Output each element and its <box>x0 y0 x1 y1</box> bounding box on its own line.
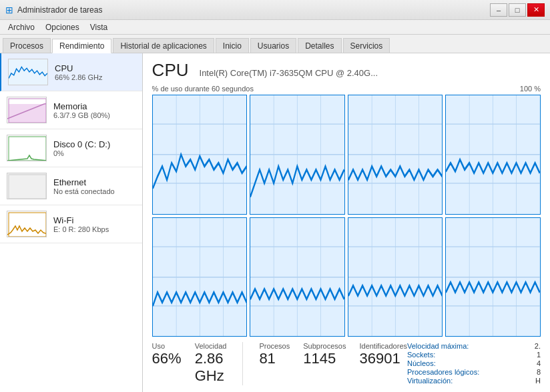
cpu-panel-title: CPU <box>152 60 189 81</box>
app-icon: ⊞ <box>5 5 13 15</box>
info-key-2: Núcleos: <box>407 359 436 367</box>
wifi-info: Wi-Fi E: 0 R: 280 Kbps <box>53 215 135 233</box>
tab-inicio[interactable]: Inicio <box>216 38 249 53</box>
tabs-bar: Procesos Rendimiento Historial de aplica… <box>0 35 550 53</box>
info-row-0: Velocidad máxima: 2. <box>407 342 541 350</box>
cpu-core-6-chart <box>250 217 345 337</box>
identificadores-stat: Identificadores 36901 <box>359 342 407 385</box>
svg-rect-3 <box>9 104 46 123</box>
cpu-core-2-chart <box>250 95 345 215</box>
tab-historial[interactable]: Historial de aplicaciones <box>113 38 214 53</box>
info-key-0: Velocidad máxima: <box>407 342 469 350</box>
info-val-0: 2. <box>535 342 541 350</box>
subprocesos-label: Subprocesos <box>303 342 346 350</box>
ethernet-label: Ethernet <box>53 177 135 187</box>
info-right-panel: Velocidad máxima: 2. Sockets: 1 Núcleos:… <box>407 342 541 385</box>
menu-vista[interactable]: Vista <box>85 21 113 33</box>
tab-rendimiento[interactable]: Rendimiento <box>52 39 111 53</box>
velocidad-value: 2.86 GHz <box>195 350 227 385</box>
sidebar-item-disk[interactable]: Disco 0 (C: D:) 0% <box>0 129 142 167</box>
sidebar-item-memory[interactable]: Memoria 6.3/7.9 GB (80%) <box>0 91 142 129</box>
disk-value: 0% <box>53 149 135 157</box>
menu-archivo[interactable]: Archivo <box>3 21 40 33</box>
subprocesos-value: 1145 <box>303 350 346 367</box>
identificadores-value: 36901 <box>359 350 407 367</box>
title-bar: ⊞ Administrador de tareas – □ ✕ <box>0 0 550 20</box>
cpu-charts-grid <box>152 95 541 337</box>
wifi-label: Wi-Fi <box>53 215 135 225</box>
close-button[interactable]: ✕ <box>527 3 545 17</box>
cpu-core-1-chart <box>152 95 248 215</box>
procesos-value: 81 <box>259 350 290 367</box>
chart-header: % de uso durante 60 segundos 100 % <box>152 85 541 93</box>
info-key-4: Virtualización: <box>407 377 453 385</box>
disk-thumbnail <box>7 135 47 161</box>
tab-servicios[interactable]: Servicios <box>343 38 390 53</box>
uso-stat: Uso 66% <box>152 342 182 385</box>
sidebar: CPU 66% 2.86 GHz Memoria 6.3/7.9 GB (80%… <box>0 53 143 392</box>
cpu-label: CPU <box>55 63 135 73</box>
info-val-1: 1 <box>537 351 541 359</box>
title-bar-buttons: – □ ✕ <box>490 3 545 17</box>
cpu-core-5-chart <box>152 217 248 337</box>
tab-detalles[interactable]: Detalles <box>298 38 341 53</box>
info-val-4: H <box>535 377 541 385</box>
chart-header-label: % de uso durante 60 segundos <box>152 85 254 93</box>
cpu-value: 66% 2.86 GHz <box>55 73 135 81</box>
info-row-2: Núcleos: 4 <box>407 359 541 367</box>
cpu-thumbnail <box>8 59 48 85</box>
uso-value: 66% <box>152 350 182 367</box>
procesos-label: Procesos <box>259 342 290 350</box>
info-val-3: 8 <box>537 368 541 376</box>
memory-label: Memoria <box>53 101 135 111</box>
ethernet-thumbnail <box>7 173 47 199</box>
svg-rect-8 <box>7 211 47 237</box>
wifi-thumbnail <box>7 211 47 237</box>
subprocesos-stat: Subprocesos 1145 <box>303 342 346 385</box>
info-row-1: Sockets: 1 <box>407 351 541 359</box>
info-row-3: Procesadores lógicos: 8 <box>407 368 541 376</box>
memory-thumbnail <box>7 97 47 123</box>
cpu-core-4-chart <box>445 95 541 215</box>
divider <box>242 342 243 385</box>
main-content: CPU 66% 2.86 GHz Memoria 6.3/7.9 GB (80%… <box>0 53 550 392</box>
sidebar-item-cpu[interactable]: CPU 66% 2.86 GHz <box>0 53 142 91</box>
cpu-panel-subtitle: Intel(R) Core(TM) i7-3635QM CPU @ 2.40G.… <box>200 68 378 78</box>
disk-label: Disco 0 (C: D:) <box>53 139 135 149</box>
velocidad-label: Velocidad <box>195 342 227 350</box>
cpu-core-3-chart <box>348 95 443 215</box>
ethernet-info: Ethernet No está conectado <box>53 177 135 195</box>
info-key-3: Procesadores lógicos: <box>407 368 479 376</box>
cpu-header: CPU Intel(R) Core(TM) i7-3635QM CPU @ 2.… <box>152 60 541 81</box>
tab-usuarios[interactable]: Usuarios <box>250 38 296 53</box>
chart-header-max: 100 % <box>520 85 541 93</box>
info-key-1: Sockets: <box>407 351 435 359</box>
cpu-core-8-chart <box>445 217 541 337</box>
velocidad-stat: Velocidad 2.86 GHz <box>195 342 227 385</box>
procesos-stat: Procesos 81 <box>259 342 290 385</box>
right-panel: CPU Intel(R) Core(TM) i7-3635QM CPU @ 2.… <box>143 53 550 392</box>
info-row-4: Virtualización: H <box>407 377 541 385</box>
info-val-2: 4 <box>537 359 541 367</box>
menu-opciones[interactable]: Opciones <box>40 21 85 33</box>
minimize-button[interactable]: – <box>490 3 507 17</box>
bottom-area: Uso 66% Velocidad 2.86 GHz Procesos 81 S… <box>152 342 541 385</box>
cpu-info: CPU 66% 2.86 GHz <box>55 63 135 81</box>
svg-rect-4 <box>7 135 47 161</box>
sidebar-item-ethernet[interactable]: Ethernet No está conectado <box>0 167 142 205</box>
uso-label: Uso <box>152 342 182 350</box>
svg-rect-6 <box>7 173 47 199</box>
cpu-core-7-chart <box>348 217 443 337</box>
ethernet-value: No está conectado <box>53 187 135 195</box>
stats-left: Uso 66% Velocidad 2.86 GHz Procesos 81 S… <box>152 342 407 385</box>
identificadores-label: Identificadores <box>359 342 407 350</box>
memory-value: 6.3/7.9 GB (80%) <box>53 111 135 119</box>
sidebar-item-wifi[interactable]: Wi-Fi E: 0 R: 280 Kbps <box>0 205 142 243</box>
tab-procesos[interactable]: Procesos <box>3 38 51 53</box>
wifi-value: E: 0 R: 280 Kbps <box>53 225 135 233</box>
memory-info: Memoria 6.3/7.9 GB (80%) <box>53 101 135 119</box>
menu-bar: Archivo Opciones Vista <box>0 20 550 35</box>
maximize-button[interactable]: □ <box>509 3 526 17</box>
disk-info: Disco 0 (C: D:) 0% <box>53 139 135 157</box>
title-bar-left: ⊞ Administrador de tareas <box>5 5 102 15</box>
